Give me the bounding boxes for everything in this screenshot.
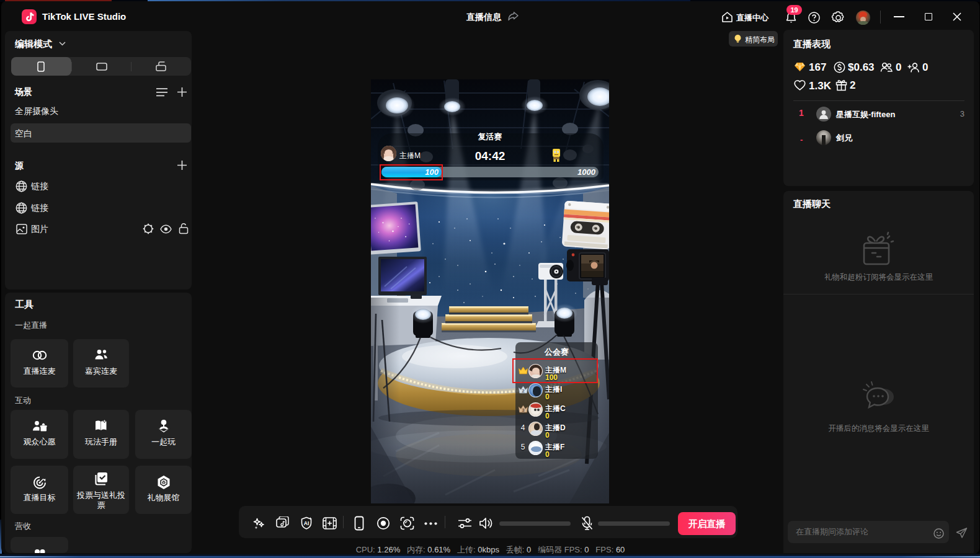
svg-text:2: 2	[522, 388, 525, 394]
svg-text:3: 3	[522, 407, 525, 413]
svg-text:AI: AI	[304, 520, 310, 526]
